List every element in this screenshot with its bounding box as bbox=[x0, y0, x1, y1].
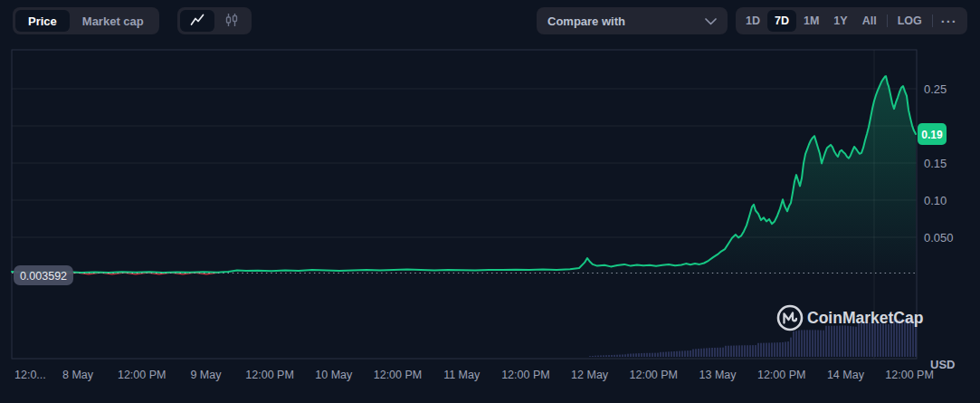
svg-text:0.15: 0.15 bbox=[924, 157, 947, 170]
range-button-1y[interactable]: 1Y bbox=[826, 10, 854, 32]
x-tick-label: 12:00 PM bbox=[245, 369, 294, 381]
x-tick-label: 12:00 PM bbox=[757, 369, 806, 381]
crypto-chart-page: { "header": { "price_label": "Price", "m… bbox=[0, 0, 980, 403]
area-fill bbox=[12, 76, 916, 274]
x-tick-label: 8 May bbox=[62, 369, 94, 381]
candlestick-chart-type-button[interactable] bbox=[214, 10, 249, 32]
current-price-badge: 0.19 bbox=[918, 123, 947, 145]
svg-text:0.25: 0.25 bbox=[924, 82, 947, 96]
chevron-down-icon bbox=[705, 14, 717, 28]
line-chart-icon bbox=[190, 14, 205, 29]
watermark: CoinMarketCap bbox=[778, 306, 923, 330]
x-tick-label: 14 May bbox=[827, 369, 865, 381]
range-divider bbox=[887, 14, 888, 27]
range-divider bbox=[932, 14, 933, 27]
x-axis-labels: 12:0...8 May12:00 PM9 May12:00 PM10 May1… bbox=[14, 369, 934, 381]
x-tick-label: 12:0... bbox=[14, 369, 46, 381]
x-tick-label: 9 May bbox=[190, 369, 222, 381]
x-tick-label: 12 May bbox=[571, 369, 609, 381]
watermark-text: CoinMarketCap bbox=[807, 309, 923, 327]
range-button-1d[interactable]: 1D bbox=[738, 10, 767, 32]
x-tick-label: 11 May bbox=[443, 369, 480, 381]
more-options-icon[interactable]: ··· bbox=[936, 10, 963, 32]
svg-text:0.19: 0.19 bbox=[921, 129, 943, 141]
price-marketcap-toggle: Price Market cap bbox=[13, 7, 159, 34]
svg-text:0.10: 0.10 bbox=[924, 194, 947, 207]
candlestick-icon bbox=[224, 13, 239, 30]
x-tick-label: 12:00 PM bbox=[885, 369, 934, 381]
currency-label: USD bbox=[930, 358, 955, 371]
range-button-7d[interactable]: 7D bbox=[767, 10, 796, 32]
range-button-log[interactable]: LOG bbox=[890, 10, 929, 32]
range-button-1m[interactable]: 1M bbox=[796, 10, 826, 32]
svg-text:0.003592: 0.003592 bbox=[20, 270, 67, 283]
svg-text:0.050: 0.050 bbox=[924, 231, 954, 245]
compare-with-label: Compare with bbox=[547, 14, 625, 28]
x-tick-label: 10 May bbox=[315, 369, 353, 381]
chart-toolbar: Price Market cap Compare with bbox=[0, 0, 980, 42]
compare-with-dropdown[interactable]: Compare with bbox=[537, 7, 728, 34]
range-toggle-group: 1D7D1M1YAllLOG··· bbox=[736, 7, 967, 34]
line-chart-type-button[interactable] bbox=[180, 10, 214, 32]
x-tick-label: 13 May bbox=[699, 369, 737, 381]
price-chart-canvas[interactable]: 0.250.150.100.050USD12:0...8 May12:00 PM… bbox=[0, 0, 980, 403]
x-tick-label: 12:00 PM bbox=[630, 369, 679, 381]
price-tab[interactable]: Price bbox=[15, 10, 70, 32]
market-cap-tab[interactable]: Market cap bbox=[70, 10, 157, 32]
range-button-all[interactable]: All bbox=[855, 10, 884, 32]
chart-type-toggle bbox=[177, 7, 252, 34]
baseline-price-badge: 0.003592 bbox=[14, 265, 73, 285]
x-tick-label: 12:00 PM bbox=[118, 369, 167, 381]
x-tick-label: 12:00 PM bbox=[374, 369, 423, 381]
x-tick-label: 12:00 PM bbox=[501, 369, 550, 381]
